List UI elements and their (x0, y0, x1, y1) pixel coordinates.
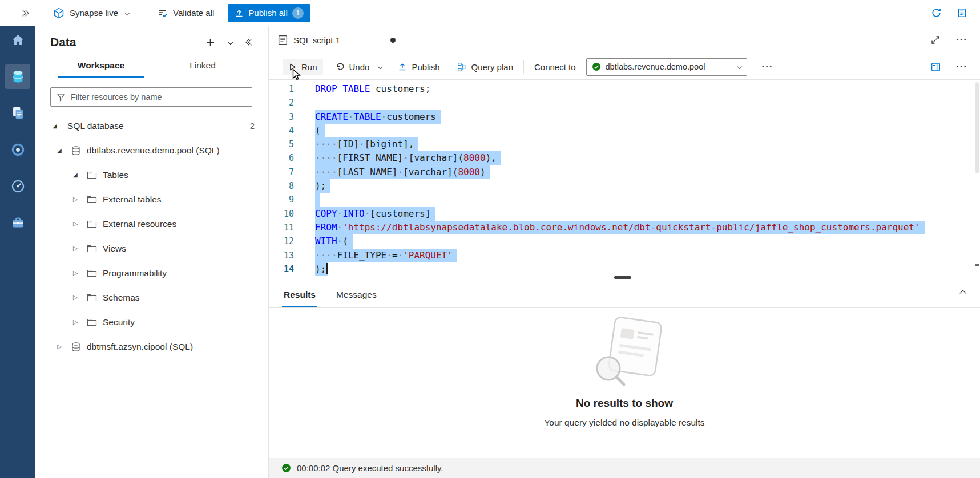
code-token: DROP (315, 83, 337, 94)
code-token: ···· (315, 152, 337, 163)
sql-pool-icon (71, 342, 81, 352)
release-notes-icon[interactable] (957, 7, 967, 18)
code-token: TABLE (342, 83, 370, 94)
undo-button[interactable]: Undo (336, 62, 370, 72)
horizontal-scrollbar-thumb[interactable] (614, 276, 631, 279)
pool-chevron-icon (737, 64, 741, 69)
more-options-icon[interactable]: ··· (956, 38, 967, 42)
refresh-icon[interactable] (931, 7, 942, 18)
nav-develop[interactable] (5, 100, 30, 125)
expanded-arrow-icon[interactable]: ◢ (53, 123, 62, 129)
manage-toolbox-icon (10, 215, 26, 230)
line-number: 12 (269, 234, 294, 248)
tab-messages[interactable]: Messages (336, 290, 377, 307)
undo-dropdown-chevron-icon[interactable] (378, 64, 382, 69)
tree-item-tables[interactable]: ◢Tables (35, 163, 268, 187)
code-line-2: 2 (269, 96, 980, 110)
tree-item-views[interactable]: ▷Views (35, 236, 268, 261)
collapse-panel-icon[interactable] (247, 40, 253, 44)
item-count-badge: 2 (250, 121, 255, 131)
collapsed-arrow-icon[interactable]: ▷ (73, 221, 82, 227)
text-cursor (326, 263, 328, 274)
publish-all-button[interactable]: Publish all 1 (228, 4, 310, 22)
code-token: [bigint], (365, 139, 414, 149)
code-token: ( (342, 236, 348, 246)
data-panel-tabs: WorkspaceLinked (35, 55, 268, 78)
query-plan-icon (457, 62, 467, 72)
tab-linked[interactable]: Linked (152, 55, 253, 78)
collapsed-arrow-icon[interactable]: ▷ (73, 319, 82, 325)
tab-sql-script-1[interactable]: SQL script 1 (269, 26, 406, 54)
tree-item-programmability[interactable]: ▷Programmability (35, 261, 268, 285)
expand-nav-chevrons-icon[interactable] (21, 11, 28, 15)
code-line-6: 6····[FIRST_NAME]·[varchar](8000), (269, 151, 980, 165)
integrate-icon (10, 142, 26, 157)
filter-resources-input[interactable] (71, 92, 246, 102)
query-status-text: 00:00:02 Query executed successfully. (297, 463, 443, 473)
tree-item-dbtmsft-azsyn-cipool-sql[interactable]: ▷dbtmsft.azsyn.cipool (SQL) (35, 334, 268, 359)
code-token: ( (315, 125, 321, 136)
tree-item-schemas[interactable]: ▷Schemas (35, 285, 268, 310)
run-button[interactable]: Run (283, 59, 323, 75)
tree-item-label: Tables (103, 170, 128, 180)
line-number: 13 (269, 249, 294, 262)
collapse-results-chevron-icon[interactable] (961, 291, 965, 298)
publish-button[interactable]: Publish (398, 62, 439, 72)
code-token (337, 83, 343, 94)
nav-home[interactable] (5, 27, 30, 52)
vertical-scrollbar-thumb[interactable] (975, 82, 979, 173)
mouse-cursor (292, 69, 302, 83)
tree-item-external-resources[interactable]: ▷External resources (35, 212, 268, 236)
nav-manage[interactable] (5, 210, 30, 235)
develop-icon (10, 106, 26, 121)
synapse-live-dropdown[interactable]: Synapse live (49, 4, 134, 22)
filter-box[interactable] (50, 87, 252, 107)
code-line-7: 7····[LAST_NAME]·[varchar](8000) (269, 165, 980, 179)
tree-item-security[interactable]: ▷Security (35, 310, 268, 334)
nav-integrate[interactable] (5, 137, 30, 162)
nav-monitor[interactable] (5, 173, 30, 199)
collapsed-arrow-icon[interactable]: ▷ (73, 245, 82, 252)
overview-ruler-cursor-mark (975, 264, 979, 266)
tree-item-label: dbtmsft.azsyn.cipool (SQL) (87, 342, 193, 352)
results-empty-state: No results to show Your query yielded no… (269, 308, 980, 458)
tab-workspace[interactable]: Workspace (50, 55, 152, 78)
code-token: 'https://dbtlabsynapsedatalake.blob.core… (342, 222, 919, 233)
code-token: FILE_TYPE (337, 250, 387, 261)
expand-editor-icon[interactable] (931, 35, 940, 44)
add-resource-icon[interactable] (206, 38, 215, 47)
tree-item-external-tables[interactable]: ▷External tables (35, 187, 268, 212)
toolbar-more-options-icon[interactable]: ··· (762, 65, 773, 69)
expanded-arrow-icon[interactable]: ◢ (57, 148, 66, 153)
properties-panel-icon[interactable] (930, 62, 941, 72)
validate-all-button[interactable]: Validate all (153, 5, 219, 22)
code-line-1: 1DROP TABLE customers; (269, 82, 980, 96)
collapsed-arrow-icon[interactable]: ▷ (73, 196, 82, 202)
tab-results[interactable]: Results (284, 290, 316, 307)
code-editor[interactable]: 1DROP TABLE customers;23CREATE·TABLE·cus… (269, 80, 980, 281)
code-line-4: 4( (269, 124, 980, 137)
query-plan-button[interactable]: Query plan (457, 62, 513, 72)
resource-tree: ◢SQL database2◢dbtlabs.revenue.demo.pool… (35, 114, 268, 359)
code-token: CREATE (315, 111, 348, 122)
expanded-arrow-icon[interactable]: ◢ (73, 172, 82, 178)
collapsed-arrow-icon[interactable]: ▷ (73, 270, 82, 276)
tree-item-dbtlabs-revenue-demo-pool-sql[interactable]: ◢dbtlabs.revenue.demo.pool (SQL) (35, 138, 268, 163)
pool-select-dropdown[interactable]: dbtlabs.revenue.demo.pool (586, 58, 747, 76)
filter-funnel-icon (57, 92, 66, 102)
collapse-all-icon[interactable] (229, 40, 232, 44)
code-token: ), (486, 152, 497, 163)
tree-item-sql-database[interactable]: ◢SQL database2 (35, 114, 268, 138)
line-content (315, 193, 320, 206)
sql-script-icon (278, 35, 288, 46)
collapsed-arrow-icon[interactable]: ▷ (57, 343, 66, 350)
collapsed-arrow-icon[interactable]: ▷ (73, 294, 82, 301)
query-plan-label: Query plan (471, 62, 513, 72)
nav-data[interactable] (5, 64, 30, 89)
no-results-illustration (576, 315, 673, 396)
code-token: FROM (315, 222, 337, 233)
right-more-options-icon[interactable]: ··· (956, 65, 967, 69)
line-number: 5 (269, 137, 294, 151)
code-token: ···· (315, 167, 337, 177)
code-token: [FIRST_NAME] (337, 152, 404, 163)
